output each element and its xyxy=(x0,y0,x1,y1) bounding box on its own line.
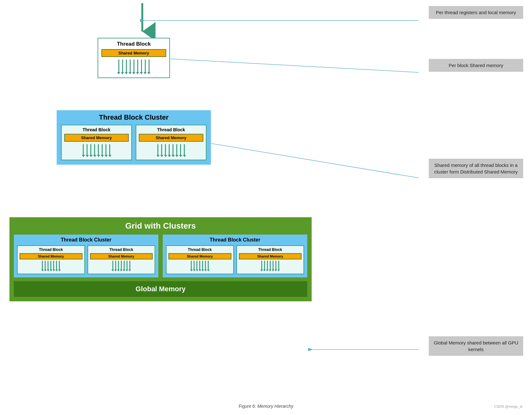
shared-mem: Shared Memory xyxy=(139,134,203,142)
shared-mem: Shared Memory xyxy=(64,134,129,142)
figure-title: Memory Hierarchy xyxy=(257,404,293,409)
threads xyxy=(20,261,82,271)
threads xyxy=(64,144,129,157)
per-thread-label: Per thread registers and local memory xyxy=(429,6,523,19)
distributed-label: Shared memory of all thread blocks in a … xyxy=(429,159,523,178)
thread-unit xyxy=(121,60,124,74)
tb-pair: Thread Block Shared Memory xyxy=(166,245,304,274)
per-block-label: Per block Shared memory xyxy=(429,59,523,72)
thread-unit xyxy=(128,60,132,74)
thread-unit xyxy=(144,60,147,74)
threads-graphic xyxy=(101,59,166,74)
threads xyxy=(239,261,302,271)
thread-unit xyxy=(140,60,143,74)
cluster-title: Thread Block Cluster xyxy=(61,113,207,122)
tb-label: Thread Block xyxy=(168,247,231,252)
thread-block-simple: Thread Block Shared Memory xyxy=(98,38,170,78)
shared-memory-bar: Shared Memory xyxy=(101,49,166,57)
grid-container: Grid with Clusters Thread Block Cluster … xyxy=(9,217,312,301)
grid-clusters: Thread Block Cluster Thread Block Shared… xyxy=(14,235,307,277)
svg-line-7 xyxy=(212,144,419,178)
tb-grid-rl: Thread Block Shared Memory xyxy=(166,245,234,274)
thread-unit xyxy=(125,60,128,74)
cluster-blocks: Thread Block Shared Memory Thread Block … xyxy=(61,125,207,160)
global-memory-bar: Global Memory xyxy=(14,281,307,297)
thread-block-cluster: Thread Block Cluster Thread Block Shared… xyxy=(57,110,211,165)
shared-mem: Shared Memory xyxy=(90,253,153,259)
tb-label: Thread Block xyxy=(20,247,82,252)
shared-mem: Shared Memory xyxy=(168,253,231,259)
shared-mem: Shared Memory xyxy=(239,253,302,259)
thread-unit xyxy=(132,60,135,74)
grid-title: Grid with Clusters xyxy=(14,221,307,231)
cluster-left: Thread Block Cluster Thread Block Shared… xyxy=(14,235,158,277)
threads xyxy=(168,261,231,271)
thread-unit xyxy=(136,60,139,74)
svg-line-6 xyxy=(171,59,419,72)
main-container: Per thread registers and local memory Th… xyxy=(0,0,532,415)
thread-unit xyxy=(117,60,120,74)
tb-label: Thread Block xyxy=(239,247,302,252)
cluster-label: Thread Block Cluster xyxy=(17,237,155,243)
tb-label: Thread Block xyxy=(90,247,153,252)
tb-grid-lr: Thread Block Shared Memory xyxy=(88,245,156,274)
cluster-right: Thread Block Cluster Thread Block Shared… xyxy=(163,235,307,277)
tb-grid-rr: Thread Block Shared Memory xyxy=(236,245,304,274)
thread-block-right: Thread Block Shared Memory xyxy=(136,125,207,160)
figure-label: Figure 6: xyxy=(239,404,257,409)
thread-block-title: Thread Block xyxy=(101,41,166,47)
tb-label: Thread Block xyxy=(139,127,203,132)
threads xyxy=(139,144,203,157)
threads xyxy=(90,261,153,271)
tb-grid-ll: Thread Block Shared Memory xyxy=(17,245,85,274)
watermark: CSDN @mingo_⊘ xyxy=(494,405,523,409)
cluster-label: Thread Block Cluster xyxy=(166,237,304,243)
tb-label: Thread Block xyxy=(64,127,129,132)
shared-mem: Shared Memory xyxy=(20,253,82,259)
tb-pair: Thread Block Shared Memory xyxy=(17,245,155,274)
thread-unit xyxy=(147,60,150,74)
figure-caption: Figure 6: Memory Hierarchy xyxy=(0,404,532,409)
thread-block-left: Thread Block Shared Memory xyxy=(61,125,132,160)
global-memory-label: Global Memory shared between all GPU ker… xyxy=(429,336,523,356)
